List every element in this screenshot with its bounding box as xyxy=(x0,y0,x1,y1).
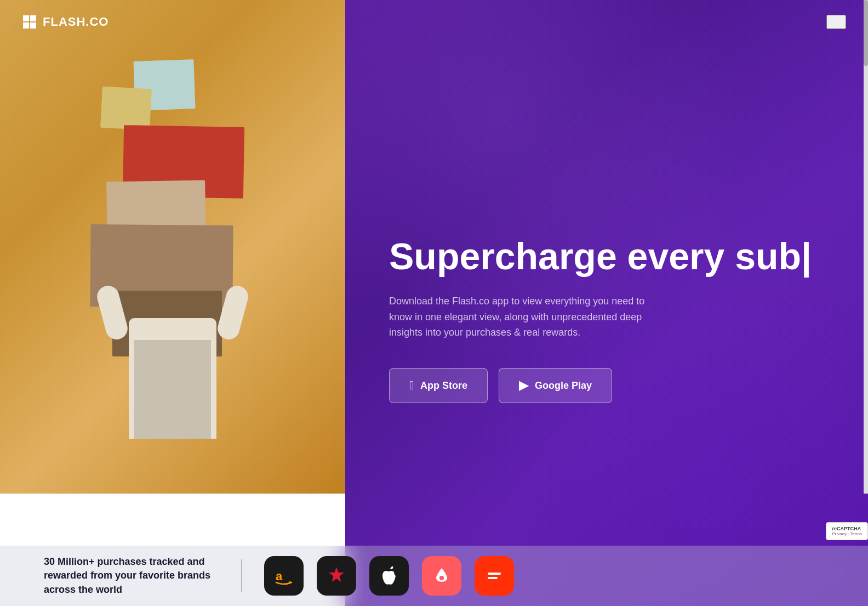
amazon-logo: a xyxy=(273,565,295,587)
recaptcha-label: reCAPTCHA xyxy=(832,526,862,531)
svg-text:a: a xyxy=(276,569,283,583)
bottom-bar: 30 Million+ purchases tracked and reward… xyxy=(0,546,868,606)
svg-rect-1 xyxy=(30,15,36,21)
svg-rect-2 xyxy=(23,22,29,29)
apple-icon:  xyxy=(409,378,414,393)
brand-icon-amazon[interactable]: a xyxy=(264,556,304,596)
image-scene xyxy=(0,0,345,494)
navbar: FLASH.CO xyxy=(0,0,868,44)
scrollbar[interactable] xyxy=(864,0,868,494)
hero-section: Supercharge every sub| Download the Flas… xyxy=(0,0,868,606)
box-yellow xyxy=(100,87,152,131)
svg-rect-7 xyxy=(488,573,501,575)
google-play-button[interactable]: ▶ Google Play xyxy=(499,368,612,403)
logo-text: FLASH.CO xyxy=(43,15,108,29)
cta-buttons:  App Store ▶ Google Play xyxy=(389,368,824,403)
scrollbar-thumb[interactable] xyxy=(864,0,868,66)
brand-icon-airbnb[interactable] xyxy=(422,556,461,596)
boxes-illustration xyxy=(58,55,288,439)
svg-point-6 xyxy=(439,576,444,580)
app-store-button[interactable]:  App Store xyxy=(389,368,488,403)
app-store-label: App Store xyxy=(420,380,467,392)
hero-description: Download the Flash.co app to view everyt… xyxy=(389,293,663,341)
recaptcha-links: Privacy · Terms xyxy=(832,531,862,536)
brand-icon-doordash[interactable] xyxy=(475,556,514,596)
logo-icon xyxy=(22,14,37,30)
macys-logo xyxy=(326,565,347,587)
svg-rect-0 xyxy=(23,15,29,21)
hero-content-panel: Supercharge every sub| Download the Flas… xyxy=(345,0,868,606)
logo: FLASH.CO xyxy=(22,14,108,30)
bottom-stat-text: 30 Million+ purchases tracked and reward… xyxy=(44,555,219,597)
brand-icons: a xyxy=(264,556,824,596)
svg-rect-3 xyxy=(30,22,36,29)
person-legs xyxy=(134,340,211,439)
recaptcha-badge: reCAPTCHA Privacy · Terms xyxy=(826,522,868,540)
airbnb-logo xyxy=(431,565,453,587)
svg-rect-8 xyxy=(488,577,498,579)
menu-button[interactable] xyxy=(826,15,846,29)
svg-marker-5 xyxy=(329,567,344,582)
google-play-label: Google Play xyxy=(535,380,592,392)
brand-icon-macys[interactable] xyxy=(317,556,356,596)
google-play-icon: ▶ xyxy=(519,378,528,393)
bottom-divider xyxy=(241,559,242,592)
hero-image-panel xyxy=(0,0,345,494)
apple-logo xyxy=(378,565,400,587)
brand-icon-apple[interactable] xyxy=(369,556,409,596)
hero-title: Supercharge every sub| xyxy=(389,236,824,277)
doordash-logo xyxy=(483,565,505,587)
hero-content: Supercharge every sub| Download the Flas… xyxy=(389,236,824,403)
